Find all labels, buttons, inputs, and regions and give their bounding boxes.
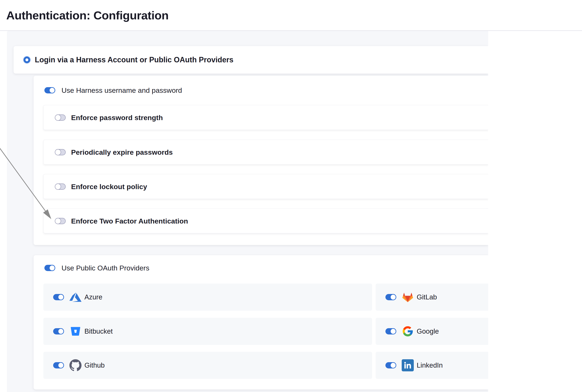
use-public-oauth-providers-label: Use Public OAuth Providers xyxy=(61,264,149,272)
enforce-lockout-policy-row: Enforce lockout policy xyxy=(43,174,488,199)
page-header: Authentication: Configuration xyxy=(0,0,582,30)
authentication-settings-panel: Login via a Harness Account or Public OA… xyxy=(7,31,488,392)
bitbucket-icon xyxy=(69,325,81,337)
enforce-lockout-policy-toggle[interactable] xyxy=(55,184,66,190)
azure-label: Azure xyxy=(84,293,102,301)
linkedin-label: LinkedIn xyxy=(417,361,443,369)
login-method-radio[interactable] xyxy=(23,56,30,63)
github-icon xyxy=(69,359,81,371)
periodically-expire-passwords-toggle[interactable] xyxy=(55,149,66,155)
periodically-expire-passwords-label: Periodically expire passwords xyxy=(71,148,173,156)
github-label: Github xyxy=(84,361,105,369)
harness-username-password-card: Use Harness username and password Enforc… xyxy=(33,76,488,245)
use-public-oauth-providers-toggle[interactable] xyxy=(44,265,55,271)
google-provider-row: Google xyxy=(376,318,488,345)
github-provider-row: Github xyxy=(43,352,372,379)
enforce-password-strength-label: Enforce password strength xyxy=(71,114,163,122)
github-toggle[interactable] xyxy=(53,362,64,368)
login-method-option-card: Login via a Harness Account or Public OA… xyxy=(13,46,488,74)
use-harness-username-password-toggle[interactable] xyxy=(44,87,55,94)
google-label: Google xyxy=(417,327,439,335)
page-title: Authentication: Configuration xyxy=(6,8,169,22)
gitlab-provider-row: GitLab xyxy=(376,284,488,311)
use-harness-username-password-label: Use Harness username and password xyxy=(61,86,182,94)
linkedin-provider-row: LinkedIn xyxy=(376,352,488,379)
linkedin-icon xyxy=(402,359,414,371)
google-toggle[interactable] xyxy=(385,328,396,334)
enforce-two-factor-authentication-toggle[interactable] xyxy=(55,218,66,224)
bitbucket-provider-row: Bitbucket xyxy=(43,318,372,345)
periodically-expire-passwords-row: Periodically expire passwords xyxy=(43,140,488,164)
azure-toggle[interactable] xyxy=(53,294,64,300)
enforce-password-strength-row: Enforce password strength xyxy=(43,105,488,130)
gitlab-toggle[interactable] xyxy=(385,294,396,300)
google-icon xyxy=(402,325,414,337)
azure-provider-row: Azure xyxy=(43,284,372,311)
enforce-lockout-policy-label: Enforce lockout policy xyxy=(71,182,147,190)
login-method-radio-label: Login via a Harness Account or Public OA… xyxy=(35,56,233,64)
bitbucket-toggle[interactable] xyxy=(53,328,64,334)
enforce-two-factor-authentication-label: Enforce Two Factor Authentication xyxy=(71,217,188,225)
gitlab-label: GitLab xyxy=(417,293,437,301)
azure-icon xyxy=(69,291,81,303)
enforce-password-strength-toggle[interactable] xyxy=(55,114,66,121)
enforce-two-factor-authentication-row: Enforce Two Factor Authentication xyxy=(43,208,488,233)
bitbucket-label: Bitbucket xyxy=(84,327,113,335)
public-oauth-providers-card: Use Public OAuth Providers Azure xyxy=(33,255,488,390)
linkedin-toggle[interactable] xyxy=(385,362,396,368)
gitlab-icon xyxy=(402,291,414,303)
